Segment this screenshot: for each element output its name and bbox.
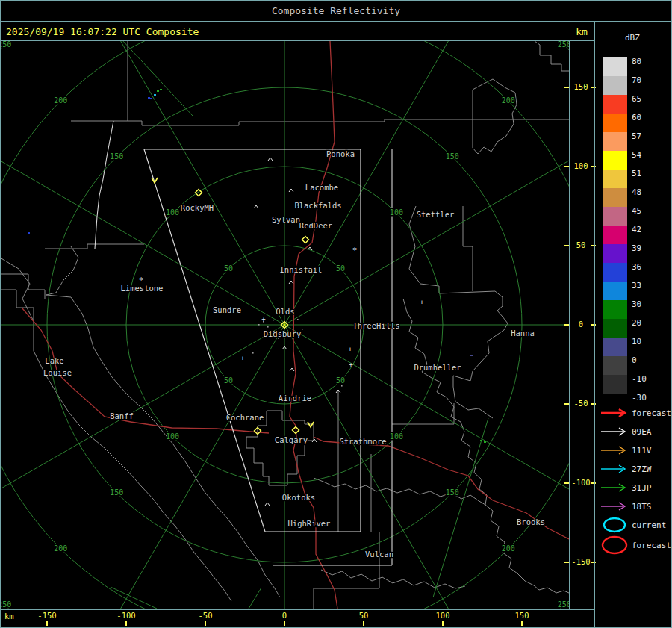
ring-label-50: 50 bbox=[224, 376, 233, 385]
colorbar-swatch-45 bbox=[603, 207, 627, 226]
colorbar-swatch--10 bbox=[603, 375, 627, 394]
city-label-vulcan: Vulcan bbox=[365, 550, 393, 559]
colorbar-value-65: 65 bbox=[632, 95, 641, 103]
right-axis-tick-label: -150 bbox=[570, 558, 592, 566]
colorbar-swatch-48 bbox=[603, 188, 627, 207]
track-legend-label: forecast bbox=[632, 541, 671, 550]
colorbar-swatch-51 bbox=[603, 170, 627, 188]
colorbar-value-54: 54 bbox=[632, 151, 641, 159]
colorbar-swatch-57 bbox=[603, 132, 627, 151]
ring-label-150: 150 bbox=[110, 152, 123, 161]
colorbar-value-42: 42 bbox=[632, 226, 641, 234]
track-ellipse-icon bbox=[600, 535, 632, 555]
ring-label-100: 100 bbox=[390, 208, 403, 217]
reflectivity-echo bbox=[28, 232, 30, 234]
city-label-banff: Banff bbox=[110, 411, 134, 420]
colorbar-swatch-54 bbox=[603, 151, 627, 170]
city-label-cochrane: Cochrane bbox=[226, 413, 264, 422]
bottom-axis-tick-label: -50 bbox=[190, 612, 220, 620]
right-axis-tick-label: 50 bbox=[570, 241, 592, 249]
town-asterisk-marker: * bbox=[352, 246, 358, 255]
city-label-threehills: ThreeHills bbox=[352, 321, 399, 330]
colorbar-value-33: 33 bbox=[632, 282, 641, 290]
dbz-title: dBZ bbox=[625, 33, 640, 43]
bottom-axis: km -150-100-50050100150 bbox=[0, 609, 594, 627]
ring-label-50: 50 bbox=[336, 376, 345, 385]
colorbar-value-48: 48 bbox=[632, 188, 641, 196]
city-label-reddeer: RedDeer bbox=[299, 221, 332, 230]
reflectivity-echo bbox=[150, 98, 152, 99]
bottom-axis-tick-mark bbox=[205, 621, 206, 626]
city-label-didsbury: Didsbury bbox=[264, 329, 302, 338]
ring-label-250: 250 bbox=[0, 41, 11, 49]
colorbar-swatch-33 bbox=[603, 282, 627, 300]
bottom-axis-tick-mark bbox=[284, 621, 285, 626]
reflectivity-echo bbox=[470, 355, 473, 356]
radar-map: 5050505010010010010015015015015020020020… bbox=[0, 41, 569, 609]
ring-label-150: 150 bbox=[446, 488, 459, 497]
clutter-speck bbox=[267, 326, 269, 328]
ring-label-200: 200 bbox=[54, 96, 67, 105]
bottom-axis-tick-mark bbox=[125, 621, 127, 626]
city-label-rockymh: RockyMH bbox=[181, 203, 214, 212]
map-right-border bbox=[569, 41, 570, 610]
colorbar-swatch-60 bbox=[603, 114, 627, 132]
colorbar-swatch-65 bbox=[603, 95, 627, 114]
colorbar-value-10: 10 bbox=[632, 338, 641, 346]
divider-under-title bbox=[0, 21, 672, 22]
ring-label-200: 200 bbox=[502, 544, 515, 553]
ring-label-50: 50 bbox=[336, 264, 345, 273]
bottom-axis-tick-label: 50 bbox=[349, 612, 379, 620]
track-legend-label: 31JP bbox=[632, 484, 652, 492]
bottom-axis-tick-mark bbox=[521, 621, 523, 626]
city-label-airdrie: Airdrie bbox=[279, 394, 311, 402]
colorbar-value-80: 80 bbox=[632, 57, 641, 66]
bottom-axis-tick-mark bbox=[46, 621, 48, 626]
ring-label-200: 200 bbox=[502, 96, 515, 105]
bottom-axis-tick-mark bbox=[442, 621, 444, 626]
bottom-axis-tick-label: -150 bbox=[32, 612, 62, 620]
track-arrow-icon bbox=[600, 441, 632, 460]
ring-label-200: 200 bbox=[54, 544, 67, 553]
right-axis-tick-label: -100 bbox=[570, 479, 592, 487]
city-label-louise: Louise bbox=[43, 368, 72, 377]
city-label-lacombe: Lacombe bbox=[305, 183, 338, 192]
right-axis-tick-label: -50 bbox=[570, 400, 592, 408]
border-left bbox=[0, 0, 1, 628]
track-legend-label: 18TS bbox=[632, 503, 652, 511]
colorbar-swatch-80 bbox=[603, 57, 627, 76]
radar-center-dot bbox=[284, 324, 286, 326]
border-top bbox=[0, 0, 672, 1]
ring-label-100: 100 bbox=[390, 432, 403, 441]
city-label-sylvan: Sylvan bbox=[272, 215, 300, 224]
colorbar-value--30: -30 bbox=[632, 394, 647, 402]
ring-label-100: 100 bbox=[166, 432, 179, 441]
reflectivity-echo bbox=[480, 440, 482, 441]
city-label-calgary: Calgary bbox=[275, 435, 308, 444]
city-label-hanna: Hanna bbox=[511, 329, 535, 338]
right-axis-tick-label: 150 bbox=[570, 83, 592, 91]
ring-label-250: 250 bbox=[0, 600, 11, 609]
clutter-speck bbox=[273, 320, 274, 321]
city-label-lake: Lake bbox=[45, 356, 63, 365]
track-ellipse-icon bbox=[600, 515, 632, 535]
track-legend-label: 09EA bbox=[632, 428, 652, 436]
city-label-brooks: Brooks bbox=[517, 517, 545, 526]
city-label-drumheller: Drumheller bbox=[414, 363, 461, 372]
divider-under-header bbox=[0, 40, 594, 41]
town-plus-marker: + bbox=[349, 361, 353, 368]
colorbar-value-51: 51 bbox=[632, 170, 641, 178]
bottom-axis-unit-label: km bbox=[4, 612, 14, 621]
colorbar-value-45: 45 bbox=[632, 207, 641, 215]
reflectivity-echo bbox=[157, 90, 159, 92]
track-legend-label: forecast bbox=[632, 409, 671, 417]
ring-label-50: 50 bbox=[224, 264, 233, 273]
city-label-blackfalds: Blackfalds bbox=[294, 201, 341, 210]
reflectivity-echo bbox=[160, 89, 162, 90]
city-label-highriver: HighRiver bbox=[288, 519, 331, 528]
map-bottom-border bbox=[0, 609, 595, 610]
track-legend-label: 111V bbox=[632, 447, 652, 455]
bottom-axis-tick-label: 100 bbox=[428, 612, 458, 620]
track-arrow-icon bbox=[600, 459, 632, 479]
colorbar-value-20: 20 bbox=[632, 319, 641, 327]
